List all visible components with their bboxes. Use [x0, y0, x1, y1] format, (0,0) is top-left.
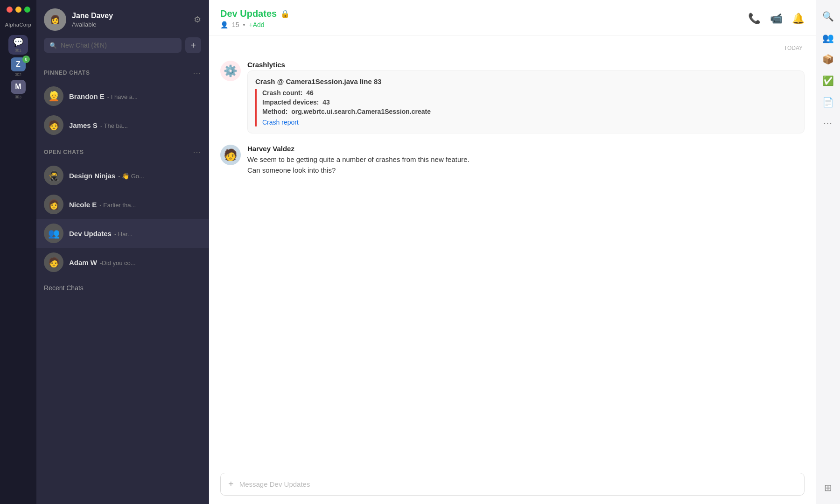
- message-input[interactable]: [239, 480, 797, 488]
- right-notes-icon[interactable]: 📄: [819, 93, 837, 111]
- crash-count: 46: [306, 89, 314, 97]
- dev-updates-preview: - Har...: [114, 231, 133, 238]
- pinned-section-header: PINNED CHATS ⋯: [36, 60, 209, 82]
- open-chat-adam[interactable]: 🧑 Adam W -Did you co...: [36, 248, 209, 277]
- right-archive-icon[interactable]: 📦: [819, 50, 837, 68]
- chat-shortcut: ⌘1: [15, 48, 21, 53]
- window-controls: [7, 7, 30, 13]
- settings-icon[interactable]: ⚙: [194, 14, 201, 25]
- lock-icon: 🔒: [280, 9, 290, 18]
- design-ninjas-avatar: 🥷: [44, 166, 63, 185]
- brandon-preview: - I have a...: [107, 93, 138, 100]
- nav-contacts-icon[interactable]: Z 8 ⌘2: [8, 57, 28, 77]
- crash-title: Crash @ Camera1Session.java line 83: [255, 77, 797, 85]
- nicole-name: Nicole E: [69, 201, 97, 209]
- right-contacts-icon[interactable]: 👥: [819, 29, 837, 47]
- adam-avatar: 🧑: [44, 252, 63, 272]
- method-label: Method:: [262, 108, 287, 115]
- right-icon-rail: 🔍 👥 📦 ✅ 📄 ··· ⊞: [816, 0, 840, 504]
- search-row: 🔍 +: [44, 37, 201, 53]
- sidebar: 👩 Jane Davey Available ⚙ 🔍 + PINNED CHAT…: [36, 0, 209, 504]
- chat-main: Dev Updates 🔒 👤 15 • +Add 📞 📹 🔔 TODAY ⚙️: [209, 0, 816, 504]
- open-chat-design-ninjas[interactable]: 🥷 Design Ninjas - 👋 Go...: [36, 161, 209, 190]
- chat-messages: TODAY ⚙️ Crashlytics Crash @ Camera1Sess…: [209, 35, 816, 466]
- contacts-badge: 8: [22, 56, 30, 63]
- user-info: 👩 Jane Davey Available: [44, 8, 113, 31]
- left-icon-rail: AlphaCorp 💬 ⌘1 Z 8 ⌘2 M ⌘3: [0, 0, 36, 504]
- pinned-chat-brandon[interactable]: 👱 Brandon E - I have a...: [36, 82, 209, 111]
- open-chat-dev-updates[interactable]: 👥 Dev Updates - Har...: [36, 219, 209, 248]
- james-name: James S: [69, 121, 98, 129]
- more-letter-icon: M: [11, 80, 26, 94]
- impacted-label: Impacted devices:: [262, 98, 319, 106]
- more-shortcut: ⌘3: [15, 95, 21, 99]
- chat-header: Dev Updates 🔒 👤 15 • +Add 📞 📹 🔔: [209, 0, 816, 35]
- pinned-section-title: PINNED CHATS: [44, 70, 90, 76]
- chat-icon: 💬: [13, 37, 23, 47]
- brandon-avatar: 👱: [44, 86, 63, 106]
- user-status: Available: [72, 21, 113, 28]
- maximize-button[interactable]: [24, 7, 30, 13]
- nav-chat-icon[interactable]: 💬 ⌘1: [8, 35, 28, 55]
- pinned-chat-james[interactable]: 🧑 James S - The ba...: [36, 111, 209, 140]
- dev-updates-name: Dev Updates: [69, 230, 112, 238]
- attachment-button[interactable]: +: [228, 479, 234, 490]
- open-section-title: OPEN CHATS: [44, 149, 84, 155]
- notifications-button[interactable]: 🔔: [792, 13, 805, 25]
- chat-input-area: +: [209, 466, 816, 504]
- brandon-name: Brandon E: [69, 92, 105, 100]
- harvey-sender: Harvey Valdez: [247, 145, 805, 153]
- crashlytics-message: ⚙️ Crashlytics Crash @ Camera1Session.ja…: [220, 61, 805, 133]
- add-member-button[interactable]: +Add: [249, 21, 264, 28]
- pinned-section-more-icon[interactable]: ⋯: [193, 68, 201, 78]
- chat-title: Dev Updates: [220, 8, 277, 19]
- right-tasks-icon[interactable]: ✅: [819, 72, 837, 90]
- voice-call-button[interactable]: 📞: [748, 13, 761, 25]
- date-divider: TODAY: [220, 45, 805, 51]
- recent-chats-link[interactable]: Recent Chats: [36, 277, 209, 299]
- search-input[interactable]: [61, 42, 176, 49]
- dev-updates-avatar: 👥: [44, 224, 63, 243]
- minimize-button[interactable]: [15, 7, 21, 13]
- user-row: 👩 Jane Davey Available ⚙: [44, 8, 201, 31]
- chat-input-box: +: [220, 473, 805, 496]
- open-section-header: OPEN CHATS ⋯: [36, 140, 209, 161]
- harvey-avatar: 🧑: [220, 145, 241, 165]
- open-section-more-icon[interactable]: ⋯: [193, 147, 201, 157]
- adam-name: Adam W: [69, 259, 97, 266]
- design-ninjas-preview: - 👋 Go...: [118, 173, 144, 180]
- crash-report-link[interactable]: Crash report: [262, 119, 299, 126]
- member-count: 15: [232, 21, 239, 28]
- harvey-message: 🧑 Harvey Valdez We seem to be getting qu…: [220, 145, 805, 175]
- crash-details: Crash count: 46 Impacted devices: 43 Met…: [255, 89, 797, 126]
- contacts-shortcut: ⌘2: [15, 72, 21, 77]
- video-call-button[interactable]: 📹: [770, 13, 783, 25]
- crashlytics-avatar: ⚙️: [220, 61, 241, 81]
- crash-count-label: Crash count:: [262, 89, 302, 97]
- right-grid-icon[interactable]: ⊞: [819, 479, 837, 497]
- right-search-icon[interactable]: 🔍: [819, 7, 837, 25]
- search-icon: 🔍: [49, 42, 57, 49]
- adam-preview: -Did you co...: [100, 259, 136, 266]
- james-preview: - The ba...: [100, 122, 128, 129]
- harvey-line1: We seem to be getting quite a number of …: [247, 155, 469, 163]
- close-button[interactable]: [7, 7, 13, 13]
- nav-more-icon[interactable]: M ⌘3: [8, 80, 28, 99]
- method-value: org.webrtc.ui.search.Camera1Session.crea…: [291, 108, 431, 115]
- header-actions: 📞 📹 🔔: [748, 13, 805, 25]
- user-name: Jane Davey: [72, 12, 113, 20]
- sidebar-header: 👩 Jane Davey Available ⚙ 🔍 +: [36, 0, 209, 60]
- right-more-icon[interactable]: ···: [819, 115, 837, 133]
- crashlytics-sender: Crashlytics: [247, 61, 805, 69]
- crashlytics-bot-card: Crash @ Camera1Session.java line 83 Cras…: [247, 70, 805, 133]
- nicole-avatar: 👩: [44, 195, 63, 214]
- open-chat-nicole[interactable]: 👩 Nicole E - Earlier tha...: [36, 190, 209, 219]
- user-avatar: 👩: [44, 8, 66, 31]
- nicole-preview: - Earlier tha...: [99, 202, 136, 209]
- search-box[interactable]: 🔍: [44, 38, 182, 53]
- member-icon: 👤: [220, 21, 228, 28]
- harvey-text: We seem to be getting quite a number of …: [247, 154, 805, 175]
- new-chat-button[interactable]: +: [185, 37, 201, 53]
- james-avatar: 🧑: [44, 115, 63, 135]
- impacted-count: 43: [322, 98, 330, 106]
